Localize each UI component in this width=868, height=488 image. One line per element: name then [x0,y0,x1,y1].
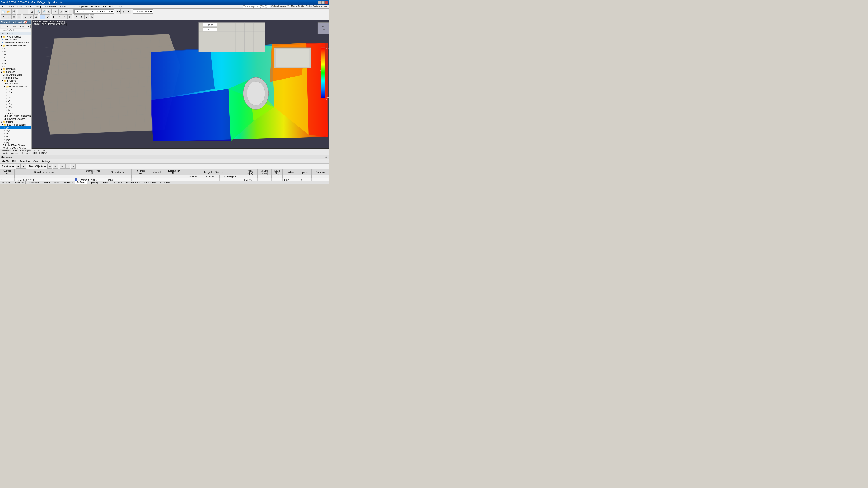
tab-solid-sets[interactable]: Solid Sets [158,181,173,184]
results-basic-objects-combo[interactable]: Basic Objects [28,164,47,168]
tree-item--x-[interactable]: ○εx+ [0,126,31,129]
menu-results[interactable]: Results [58,5,69,8]
minimize-button[interactable]: _ [318,1,321,4]
view-cube[interactable] [318,23,329,34]
results-filter[interactable]: ⊡ [60,164,65,168]
tree-item--x-[interactable]: ○εx- [0,132,31,135]
tb-x-view[interactable]: X [74,14,79,19]
tb-section[interactable]: ✂ [57,14,62,19]
tab-surface-sets[interactable]: Surface Sets [142,181,158,184]
tb-3d-view[interactable]: 3D [116,9,121,14]
results-view[interactable]: View [32,160,39,163]
results-expand-all[interactable]: ⊞ [48,164,53,168]
tree-item--xy-[interactable]: ○γxy- [0,141,31,144]
results-next[interactable]: ▶ [21,164,26,168]
tab-materials[interactable]: Materials [0,181,13,184]
tree-item-differences-to-initial-state[interactable]: ■Differences to initial state [0,41,31,44]
tab-solids[interactable]: Solids [101,181,111,184]
tb-node[interactable]: • [1,14,6,19]
tb-animate[interactable]: ▶ [52,14,57,19]
close-button[interactable]: × [325,1,328,4]
table-row[interactable]: 1 16,17,28,65-47,18 Without Thick... Pla… [0,178,329,181]
tree-item-u[interactable]: ○u [0,47,31,50]
tb-move[interactable]: ✥ [64,9,68,14]
menu-options[interactable]: Options [78,5,89,8]
tb-solid2[interactable]: ⬜ [17,14,22,19]
menu-cad-bim[interactable]: CAD-BIM [102,5,115,8]
tree-item--yy-[interactable]: ○εyy+ [0,129,31,132]
results-export[interactable]: ↗ [65,164,70,168]
tree-item--x[interactable]: ○φx [0,59,31,62]
tb-deform[interactable]: D [45,14,50,19]
tb-zoom-out[interactable]: 🔎 [41,9,46,14]
tb-select-all[interactable]: ⊡ [58,9,63,14]
maximize-button[interactable]: □ [321,1,324,4]
tb-zoom-all[interactable]: ⊞ [46,9,52,14]
menu-file[interactable]: File [1,5,8,8]
tb-copy[interactable]: ⊕ [69,9,74,14]
results-print[interactable]: 🖨 [71,164,76,168]
tb-solid[interactable]: ■ [126,9,131,14]
results-selection[interactable]: Selection [19,160,31,163]
tree-item-principal-total-strains[interactable]: ▪Principal Total Strains [0,144,31,147]
tree-item-local-deformations[interactable]: ▪Local Deformations [0,73,31,76]
tb-isoline[interactable]: ≡ [62,14,67,19]
menu-view[interactable]: View [16,5,24,8]
tb-open[interactable]: 📂 [6,9,11,14]
tb-snap-node[interactable]: ⊙ [23,14,28,19]
tab-nodes[interactable]: Nodes [42,181,53,184]
tree-item--2-m[interactable]: ○σ2,m [0,106,31,109]
tree-item--max[interactable]: ○τmax [0,111,31,115]
tb-wire[interactable]: ⊞ [121,9,126,14]
tree-item-equivalent-stresses[interactable]: ▪Equivalent Stresses [0,118,31,121]
nav-co-select[interactable]: CO2 · LC1 + LC2 + LC3 + LC4 [1,25,31,28]
tb-z-view[interactable]: Z [84,14,89,19]
tree-item-basic-stresses[interactable]: ▪Basic Stresses [0,82,31,85]
tb-surface[interactable]: ▭ [11,14,16,19]
tb-iso-view[interactable]: ⬡ [90,14,94,19]
tree-item-uz[interactable]: ○uz [0,56,31,59]
tab-line-sets[interactable]: Line Sets [111,181,125,184]
tree-item--2-[interactable]: ○σ2- [0,97,31,100]
tree-item-strains[interactable]: ▼📁Strains [0,121,31,123]
tb-redo[interactable]: ↪ [23,9,28,14]
tree-item--2-[interactable]: ○σ2+ [0,91,31,94]
tree-item--m[interactable]: ○θm [0,109,31,111]
tree-item-final-results[interactable]: ■Final Results [0,38,31,41]
tree-item-uy[interactable]: ○uy [0,53,31,56]
tree-item--y[interactable]: ○φy [0,62,31,65]
tb-zoom-in[interactable]: 🔍 [36,9,41,14]
tb-save[interactable]: 💾 [11,9,16,14]
results-collapse-all[interactable]: ⊟ [53,164,58,168]
tb-line[interactable]: ╱ [6,14,11,19]
tb-render[interactable]: ◈ [67,14,72,19]
tb-snap-line[interactable]: ⊘ [28,14,33,19]
tab-thicknesses[interactable]: Thicknesses [26,181,42,184]
window-controls[interactable]: _ □ × [318,1,328,4]
tab-surfaces[interactable]: Surfaces [75,181,88,184]
tree-item-stresses[interactable]: ▼📁Stresses [0,79,31,82]
tb-coord-combo[interactable]: 1 · Global XYZ [133,9,153,13]
results-settings[interactable]: Settings [40,160,51,163]
tab-member-sets[interactable]: Member Sets [124,181,142,184]
tree-item--xy-[interactable]: ○γxy+ [0,138,31,141]
results-edit[interactable]: Edit [11,160,17,163]
tree-item-surfaces[interactable]: ▼📁Surfaces [0,70,31,73]
tree-item-maximum-total-strains[interactable]: ▪Maximum Total Strains [0,147,31,149]
tab-openings[interactable]: Openings [88,181,101,184]
navigator-pin[interactable]: 📌 [24,20,27,24]
tree-item-ux[interactable]: ○ux [0,50,31,53]
results-close[interactable]: × [324,156,328,159]
tb-select[interactable]: ▷ [53,9,58,14]
tree-item--y-[interactable]: ○εy- [0,135,31,138]
menu-calculate[interactable]: Calculate [44,5,57,8]
tb-snap-mid[interactable]: ⊡ [33,14,38,19]
tree-item--1-[interactable]: ○σ1- [0,94,31,97]
menu-help[interactable]: Help [116,5,123,8]
menu-assign[interactable]: Assign [33,5,43,8]
menu-insert[interactable]: Insert [24,5,33,8]
menu-window[interactable]: Window [90,5,101,8]
tree-item-internal-forces[interactable]: ▪Internal Forces [0,76,31,79]
tab-members[interactable]: Members [61,181,75,184]
tb-undo[interactable]: ↩ [18,9,23,14]
